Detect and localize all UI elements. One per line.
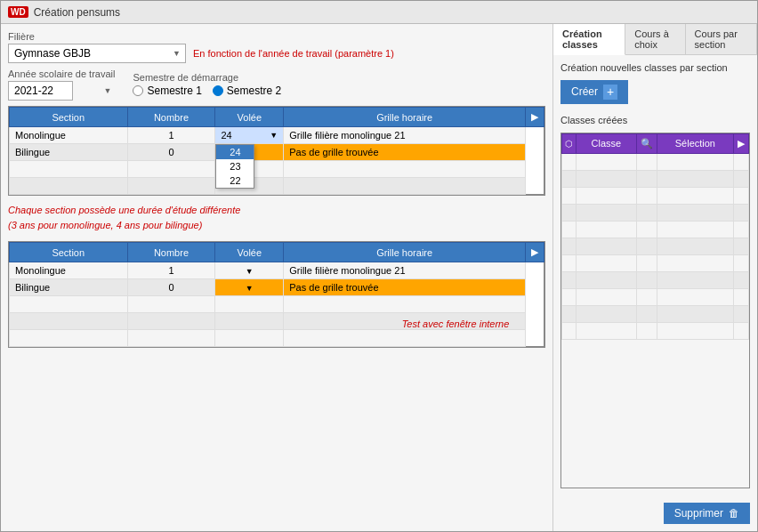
volee-dropdown-menu[interactable]: 24 23 22 [215, 144, 254, 189]
year-group: Année scolaire de travail 2021-22 2020-2… [8, 69, 115, 101]
filiere-select[interactable]: Gymnase GBJB [8, 44, 186, 63]
delete-button[interactable]: Supprimer 🗑 [664, 503, 750, 524]
year-semester-row: Année scolaire de travail 2021-22 2020-2… [8, 69, 545, 101]
table-row-empty [562, 288, 749, 305]
semester1-option[interactable]: Semestre 1 [133, 85, 201, 97]
volee-dropdown[interactable]: 24 ▼ [221, 130, 278, 141]
table-row-empty [562, 322, 749, 339]
semester2-label: Semestre 2 [227, 85, 281, 97]
section-cell: Monolingue [10, 127, 128, 144]
tabs-row: Création classes Cours à choix Cours par… [553, 24, 757, 55]
filiere-label: Filière [8, 31, 545, 42]
col-section: Section [10, 108, 128, 127]
classes-table-wrapper: ⬡ Classe 🔍 Sélection ▶ [560, 133, 750, 488]
delete-btn-label: Supprimer [674, 507, 723, 520]
table-row-empty [10, 161, 544, 178]
table-row-empty [562, 187, 749, 204]
filiere-select-wrapper: Gymnase GBJB [8, 44, 186, 63]
filiere-group: Filière Gymnase GBJB En fonction de l'an… [8, 31, 545, 63]
semester1-radio[interactable] [133, 85, 143, 96]
empty-cell [10, 178, 128, 195]
volee-cell[interactable]: ▼ [215, 279, 284, 296]
year-label: Année scolaire de travail [8, 69, 115, 79]
col-grille: Grille horaire [284, 108, 526, 127]
grille-cell: Pas de grille trouvée [284, 279, 526, 296]
table-row: Monolingue 1 ▼ Grille filière monolingue… [10, 262, 544, 279]
empty-cell [215, 313, 284, 330]
table-row-empty [10, 178, 544, 195]
nombre-cell: 1 [127, 127, 215, 144]
col-classe: ⬡ [562, 133, 577, 153]
semester1-label: Semestre 1 [147, 85, 201, 97]
year-select-wrapper: 2021-22 2020-21 2022-23 [8, 81, 115, 101]
classes-creees-label: Classes créées [560, 115, 750, 125]
grille-cell: Pas de grille trouvée [284, 144, 526, 161]
volee-cell[interactable]: ▼ [215, 262, 284, 279]
col-classe-icon: ⬡ [565, 139, 573, 149]
volee-arrow[interactable]: ▼ [246, 284, 254, 293]
volee-value: 24 [221, 130, 231, 141]
nombre-cell: 0 [127, 279, 215, 296]
create-button[interactable]: Créer + [560, 80, 628, 104]
nombre-cell: 0 [127, 144, 215, 161]
table-row-empty [10, 296, 544, 313]
col-nav[interactable]: ▶ [526, 108, 544, 127]
dropdown-item-23[interactable]: 23 [216, 159, 254, 173]
grille-cell: Grille filière monolingue 21 [284, 262, 526, 279]
table-row-empty [562, 153, 749, 170]
window-title: Création pensums [34, 6, 120, 19]
empty-cell [127, 296, 215, 313]
col-search[interactable]: 🔍 [636, 133, 657, 153]
section-cell: Bilingue [10, 279, 128, 296]
col-grille: Grille horaire [284, 243, 526, 262]
volee-arrow[interactable]: ▼ [270, 131, 278, 140]
wd-icon: WD [8, 6, 28, 18]
empty-cell [215, 296, 284, 313]
right-panel-body: Création nouvelles classes par section C… [553, 55, 757, 531]
main-content: Filière Gymnase GBJB En fonction de l'an… [1, 24, 757, 531]
section-table1: Section Nombre Volée Grille horaire ▶ Mo… [9, 107, 544, 195]
empty-cell [215, 330, 284, 347]
annotation2: Test avec fenêtre interne [384, 318, 527, 329]
dropdown-item-22[interactable]: 22 [216, 173, 254, 188]
col-volee: Volée [215, 243, 284, 262]
section-cell: Bilingue [10, 144, 128, 161]
empty-cell [127, 161, 215, 178]
nombre-cell: 1 [127, 262, 215, 279]
table-row-empty [562, 305, 749, 322]
right-panel: Création classes Cours à choix Cours par… [552, 24, 757, 531]
empty-cell [10, 313, 128, 330]
table-row-empty [562, 221, 749, 238]
volee-cell[interactable]: 24 24 23 22 [215, 144, 284, 161]
semester-label: Semestre de démarrage [133, 72, 281, 83]
table-row-empty [562, 170, 749, 187]
semester-options: Semestre 1 Semestre 2 [133, 85, 281, 97]
col-nombre: Nombre [127, 243, 215, 262]
table-row: Monolingue 1 24 ▼ Grille filière monolin… [10, 127, 544, 144]
left-panel: Filière Gymnase GBJB En fonction de l'an… [1, 24, 552, 531]
tab-cours-choix[interactable]: Cours à choix [625, 24, 685, 54]
annotation1: Chaque section possède une durée d'étude… [8, 203, 545, 232]
table-row-empty [562, 238, 749, 254]
empty-cell [284, 178, 526, 195]
col-classe-name: Classe [577, 133, 637, 153]
table-row-empty [562, 271, 749, 288]
tab-creation-classes[interactable]: Création classes [553, 24, 625, 55]
semester2-option[interactable]: Semestre 2 [213, 85, 281, 97]
col-nav[interactable]: ▶ [526, 243, 544, 262]
table2-container: Section Nombre Volée Grille horaire ▶ Mo… [8, 241, 545, 348]
col-nav[interactable]: ▶ [734, 133, 749, 153]
volee-arrow[interactable]: ▼ [246, 267, 254, 276]
grille-cell: Grille filière monolingue 21 [284, 127, 526, 144]
semester2-radio[interactable] [213, 85, 223, 96]
col-selection: Sélection [657, 133, 733, 153]
creation-label: Création nouvelles classes par section [560, 62, 750, 73]
year-select[interactable]: 2021-22 2020-21 2022-23 [8, 81, 73, 101]
volee-cell[interactable]: 24 ▼ [215, 127, 284, 144]
section-table2: Section Nombre Volée Grille horaire ▶ Mo… [9, 242, 544, 347]
tab-cours-section[interactable]: Cours par section [686, 24, 757, 54]
dropdown-item-24[interactable]: 24 [216, 145, 254, 159]
annotation-arrow-text: En fonction de l'année de travail (param… [193, 48, 394, 59]
plus-icon: + [603, 85, 617, 100]
empty-cell [10, 296, 128, 313]
